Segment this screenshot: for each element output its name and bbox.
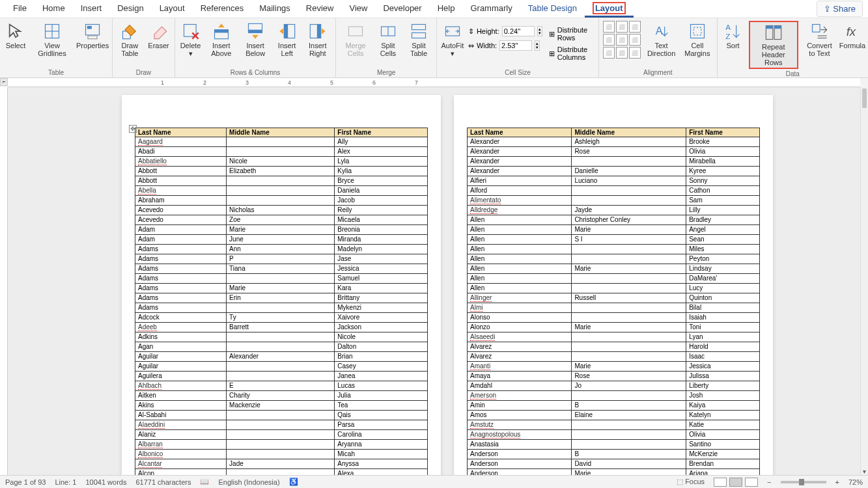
table-cell[interactable]: Albonico — [135, 450, 227, 459]
autofit-button[interactable]: AutoFit▾ — [441, 21, 464, 59]
print-layout-icon[interactable] — [729, 478, 742, 487]
table-cell[interactable]: Julia — [335, 391, 428, 401]
table-cell[interactable]: Toni — [686, 323, 760, 332]
column-header[interactable]: Middle Name — [572, 128, 686, 137]
table-cell[interactable]: Adam — [135, 235, 227, 245]
table-cell[interactable]: Alfieri — [468, 176, 572, 186]
table-cell[interactable]: Sonny — [686, 176, 760, 186]
table-cell[interactable]: Jacob — [335, 196, 428, 206]
table-row[interactable]: AllenMarieAngel — [468, 225, 760, 235]
table-cell[interactable]: Allen — [468, 284, 572, 293]
table-cell[interactable]: Adeeb — [135, 323, 227, 332]
spellcheck-icon[interactable]: 📖 — [200, 478, 209, 486]
table-cell[interactable]: Kaiya — [686, 401, 760, 411]
table-cell[interactable]: Alonso — [468, 313, 572, 323]
status-lang[interactable]: English (Indonesia) — [218, 478, 279, 486]
table-row[interactable]: AlonsoIsaiah — [468, 313, 760, 323]
web-layout-icon[interactable] — [745, 478, 758, 487]
table-cell[interactable]: Ahlbach — [135, 381, 227, 391]
scroll-down-icon[interactable]: ▾ — [861, 468, 868, 475]
horizontal-ruler[interactable]: 1234567 — [8, 78, 860, 87]
table-cell[interactable]: Alex — [335, 147, 428, 157]
column-header[interactable]: First Name — [686, 128, 760, 137]
zoom-slider[interactable] — [781, 481, 826, 483]
table-cell[interactable] — [572, 313, 686, 323]
status-words[interactable]: 10041 words — [85, 478, 126, 486]
table-row[interactable]: AguileraJanea — [135, 372, 428, 381]
table-cell[interactable]: Alsaeedi — [468, 332, 572, 342]
table-cell[interactable]: Miles — [686, 245, 760, 254]
table-row[interactable]: AlexanderAshleighBrooke — [468, 137, 760, 147]
table-cell[interactable]: David — [572, 459, 686, 469]
table-cell[interactable]: Allen — [468, 225, 572, 235]
table-cell[interactable]: Madelyn — [335, 245, 428, 254]
table-cell[interactable]: Bradley — [686, 215, 760, 225]
table-cell[interactable]: Mykenzi — [335, 303, 428, 313]
menu-layout-2[interactable]: Layout — [585, 1, 634, 18]
table-cell[interactable]: Adams — [135, 254, 227, 264]
table-row[interactable]: AmayaRoseJulissa — [468, 372, 760, 381]
menu-view[interactable]: View — [341, 1, 375, 18]
table-move-handle[interactable]: ✥ — [129, 125, 137, 133]
table-row[interactable]: AguilarAlexanderBrian — [135, 352, 428, 362]
table-cell[interactable]: Brittany — [335, 293, 428, 303]
table-row[interactable]: AdamsAnnMadelyn — [135, 245, 428, 254]
table-cell[interactable]: Carolina — [335, 430, 428, 440]
table-row[interactable]: AganDalton — [135, 342, 428, 352]
table-cell[interactable]: Kyree — [686, 167, 760, 176]
table-row[interactable]: AitkenCharityJulia — [135, 391, 428, 401]
table-cell[interactable]: Alexa — [335, 469, 428, 476]
table-cell[interactable]: Mackenzie — [227, 401, 335, 411]
table-cell[interactable]: Aguilera — [135, 372, 227, 381]
table-cell[interactable]: Abbatiello — [135, 157, 227, 167]
table-cell[interactable] — [572, 430, 686, 440]
table-cell[interactable]: Christopher Conley — [572, 215, 686, 225]
table-cell[interactable]: Alvarez — [468, 342, 572, 352]
read-mode-icon[interactable] — [714, 478, 727, 487]
table-cell[interactable]: Aagaard — [135, 137, 227, 147]
table-cell[interactable]: Alexander — [468, 167, 572, 176]
table-cell[interactable]: Akins — [135, 401, 227, 411]
table-cell[interactable]: Brooke — [686, 137, 760, 147]
table-cell[interactable]: Alford — [468, 186, 572, 196]
table-cell[interactable]: Lucas — [335, 381, 428, 391]
table-cell[interactable]: Quinton — [686, 293, 760, 303]
table-cell[interactable]: Amdahl — [468, 381, 572, 391]
status-chars[interactable]: 61771 characters — [135, 478, 191, 486]
table-cell[interactable]: Peyton — [686, 254, 760, 264]
table-cell[interactable]: Marie — [572, 469, 686, 476]
table-row[interactable]: AnagnostopolousOlivia — [468, 430, 760, 440]
menu-references[interactable]: References — [193, 1, 251, 18]
table-row[interactable]: AdamJuneMiranda — [135, 235, 428, 245]
table-cell[interactable]: Ashleigh — [572, 137, 686, 147]
table-cell[interactable]: Brendan — [686, 459, 760, 469]
table-cell[interactable] — [572, 303, 686, 313]
table-cell[interactable]: Jackson — [335, 323, 428, 332]
table-cell[interactable]: Allen — [468, 215, 572, 225]
table-cell[interactable]: DaMarea' — [686, 274, 760, 284]
table-cell[interactable]: Cathon — [686, 186, 760, 196]
status-line[interactable]: Line: 1 — [55, 478, 76, 486]
zoom-in-button[interactable]: + — [835, 478, 839, 486]
table-row[interactable]: AdamsSamuel — [135, 274, 428, 284]
table-cell[interactable]: Marie — [572, 323, 686, 332]
table-row[interactable]: AcevedoNicholasReily — [135, 206, 428, 215]
table-cell[interactable]: McKenzie — [686, 450, 760, 459]
table-cell[interactable] — [227, 196, 335, 206]
view-gridlines-button[interactable]: View Gridlines — [31, 21, 73, 59]
table-cell[interactable]: Abadi — [135, 147, 227, 157]
table-row[interactable]: AlvarezHarold — [468, 342, 760, 352]
table-row[interactable]: AdkinsNicole — [135, 332, 428, 342]
table-cell[interactable]: Lilly — [686, 206, 760, 215]
table-row[interactable]: AlimentatoSam — [468, 196, 760, 206]
table-cell[interactable] — [227, 332, 335, 342]
table-cell[interactable]: Jessica — [686, 362, 760, 372]
focus-button[interactable]: ⬚ Focus — [677, 478, 705, 486]
table-cell[interactable]: Adam — [135, 225, 227, 235]
table-cell[interactable]: Brian — [335, 352, 428, 362]
table-cell[interactable]: S I — [572, 235, 686, 245]
table-row[interactable]: AbellaDaniela — [135, 186, 428, 196]
table-cell[interactable]: Acevedo — [135, 215, 227, 225]
table-row[interactable]: AllenLucy — [468, 284, 760, 293]
formula-button[interactable]: fx Formula — [841, 21, 864, 51]
